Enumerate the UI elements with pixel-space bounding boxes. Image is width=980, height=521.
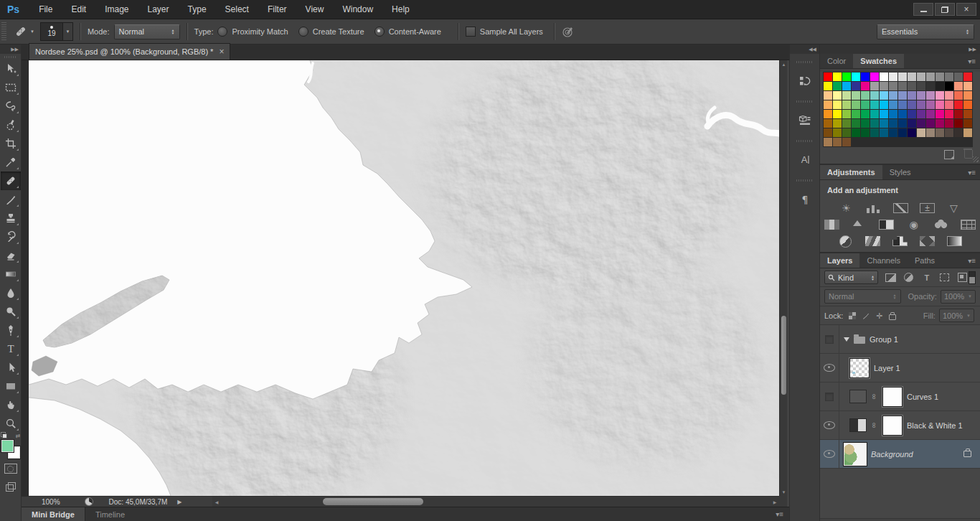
screen-mode-button[interactable]: [1, 477, 21, 494]
swatch-color[interactable]: [824, 91, 832, 100]
brush-tool[interactable]: [1, 190, 21, 209]
swatch-color[interactable]: [926, 119, 935, 128]
swatch-color[interactable]: [963, 82, 972, 90]
menu-item-edit[interactable]: Edit: [62, 0, 95, 19]
swatch-color[interactable]: [954, 100, 963, 109]
swatch-color[interactable]: [870, 119, 879, 128]
filter-adjustment-layers-icon[interactable]: [903, 273, 915, 283]
properties-icon[interactable]: [793, 108, 816, 133]
swatch-color[interactable]: [917, 82, 925, 90]
swatch-color[interactable]: [898, 82, 907, 90]
layer-filter-toggle[interactable]: [969, 271, 976, 284]
blend-mode-select[interactable]: Normal ▲▼: [824, 289, 901, 304]
swatch-color[interactable]: [917, 100, 925, 109]
swatch-color[interactable]: [824, 72, 832, 81]
menu-item-select[interactable]: Select: [216, 0, 258, 19]
swatch-color[interactable]: [908, 91, 916, 100]
swatch-color[interactable]: [963, 110, 972, 118]
channel-mixer-icon[interactable]: [933, 219, 949, 230]
panel-menu-icon[interactable]: ▾≡: [968, 57, 976, 65]
swatch-color[interactable]: [889, 100, 897, 109]
layer-row-black-white-1[interactable]: ∞Black & White 1: [820, 411, 980, 440]
vertical-scroll-thumb[interactable]: [781, 316, 786, 395]
swatch-color[interactable]: [852, 82, 860, 90]
swatch-color[interactable]: [954, 128, 963, 137]
swatch-color[interactable]: [936, 110, 944, 118]
swatch-color[interactable]: [861, 110, 870, 118]
swatch-color[interactable]: [842, 138, 851, 146]
panels-collapse-button[interactable]: ▶▶: [820, 44, 980, 54]
menu-item-type[interactable]: Type: [179, 0, 216, 19]
clone-stamp-tool[interactable]: [1, 209, 21, 227]
swatch-color[interactable]: [870, 82, 879, 90]
swatch-color[interactable]: [824, 110, 832, 118]
swatch-color[interactable]: [880, 119, 888, 128]
new-swatch-button[interactable]: [944, 150, 954, 159]
swatch-color[interactable]: [936, 119, 944, 128]
threshold-icon[interactable]: [892, 235, 908, 247]
swatch-color[interactable]: [880, 128, 888, 137]
layer-filter-kind-select[interactable]: Kind ▲▼: [824, 271, 878, 284]
quick-selection-tool[interactable]: [1, 116, 21, 134]
swatch-color[interactable]: [908, 119, 916, 128]
swatch-color[interactable]: [842, 82, 851, 90]
swatch-color[interactable]: [842, 91, 851, 100]
horizontal-scroll-thumb[interactable]: [323, 498, 423, 505]
document-tab[interactable]: Nordsee 25%.psd @ 100% (Background, RGB/…: [29, 43, 230, 60]
curves-icon[interactable]: [892, 202, 909, 214]
selective-color-icon[interactable]: [919, 235, 936, 247]
default-colors-icon[interactable]: [1, 432, 7, 438]
swatch-color[interactable]: [954, 72, 963, 81]
swatch-color[interactable]: [945, 91, 953, 100]
swatch-color[interactable]: [936, 100, 944, 109]
dodge-tool[interactable]: [1, 302, 21, 321]
swatch-color[interactable]: [842, 119, 851, 128]
swatch-color[interactable]: [824, 100, 832, 109]
swatch-color[interactable]: [861, 119, 870, 128]
swatch-color[interactable]: [889, 110, 897, 118]
status-menu-arrow-icon[interactable]: ▶: [177, 499, 182, 505]
zoom-tool[interactable]: [1, 414, 21, 433]
tool-preset-picker[interactable]: ▼: [11, 23, 37, 40]
mode-select[interactable]: Normal ▲▼: [114, 24, 180, 39]
tab-mini-bridge[interactable]: Mini Bridge: [22, 507, 85, 521]
lock-position-icon[interactable]: ✛: [876, 312, 882, 319]
zoom-level-field[interactable]: 100%: [42, 498, 60, 506]
swatch-color[interactable]: [852, 119, 860, 128]
swatch-color[interactable]: [926, 91, 935, 100]
swatch-color[interactable]: [861, 91, 870, 100]
brightness-contrast-icon[interactable]: ☀: [838, 202, 854, 214]
vertical-scrollbar[interactable]: ▲ ▼: [779, 60, 787, 496]
swatch-color[interactable]: [917, 91, 925, 100]
swatch-color[interactable]: [870, 72, 879, 81]
filter-smart-objects-icon[interactable]: [957, 273, 969, 283]
layer-row-layer-1[interactable]: Layer 1: [820, 354, 980, 382]
workspace-select[interactable]: Essentials ▲▼: [877, 24, 974, 39]
paragraph-icon[interactable]: ¶: [793, 187, 816, 212]
visibility-toggle[interactable]: [820, 325, 839, 353]
color-lookup-icon[interactable]: [960, 219, 976, 230]
swatch-color[interactable]: [963, 91, 972, 100]
swatch-color[interactable]: [926, 72, 935, 81]
swatch-color[interactable]: [917, 119, 925, 128]
hand-tool[interactable]: [1, 395, 21, 414]
swatch-color[interactable]: [917, 72, 925, 81]
swatch-color[interactable]: [898, 72, 907, 81]
radio-content-aware[interactable]: [374, 27, 385, 37]
swatch-color[interactable]: [824, 128, 832, 137]
swatch-color[interactable]: [898, 91, 907, 100]
dock-expand-button[interactable]: ◀◀: [790, 44, 819, 54]
radio-create-texture[interactable]: [298, 27, 308, 37]
swatch-color[interactable]: [963, 128, 972, 137]
swatch-color[interactable]: [833, 72, 842, 81]
swatch-color[interactable]: [908, 72, 916, 81]
swatch-color[interactable]: [898, 100, 907, 109]
levels-icon[interactable]: [865, 202, 882, 214]
menu-item-view[interactable]: View: [296, 0, 334, 19]
swatch-color[interactable]: [936, 82, 944, 90]
swatch-color[interactable]: [926, 110, 935, 118]
swatch-color[interactable]: [936, 72, 944, 81]
swatch-color[interactable]: [870, 100, 879, 109]
minimize-button[interactable]: [913, 3, 933, 16]
tab-styles[interactable]: Styles: [882, 165, 918, 179]
